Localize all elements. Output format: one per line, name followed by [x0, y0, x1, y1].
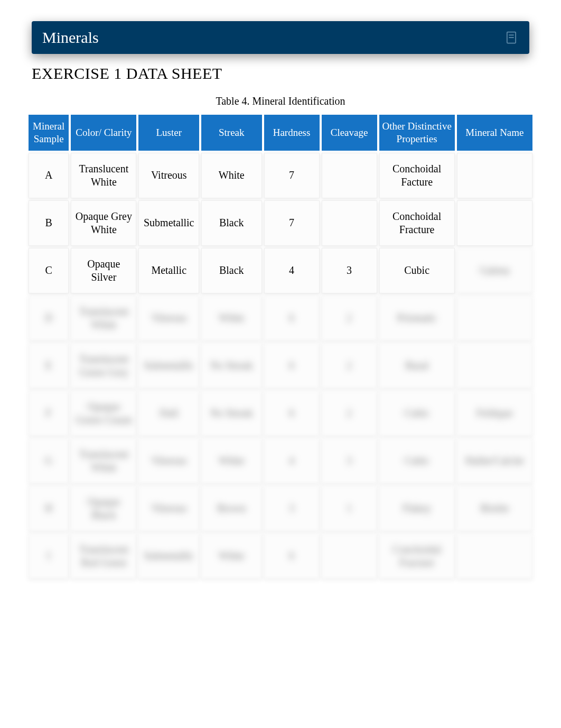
- cell-name: [457, 533, 532, 579]
- table-caption: Table 4. Mineral Identification: [26, 95, 535, 107]
- cell-luster: Submetallic: [138, 533, 199, 579]
- cell-name: Halite/Calcite: [457, 438, 532, 484]
- cell-luster: Vitreous: [138, 438, 199, 484]
- cell-hardness: 6: [264, 296, 320, 341]
- cell-luster: Vitreous: [138, 153, 199, 198]
- cell-color: Translucent White: [71, 296, 136, 341]
- col-header-sample: Mineral Sample: [29, 115, 69, 151]
- cell-streak: Black: [201, 248, 262, 293]
- cell-color: Translucent White: [71, 438, 136, 484]
- col-header-luster: Luster: [138, 115, 199, 151]
- banner-decoration-icon: [504, 30, 519, 45]
- cell-other: Conchoidal Fracture: [379, 200, 455, 246]
- table-row: GTranslucent WhiteVitreousWhite43CubicHa…: [29, 438, 532, 484]
- cell-hardness: 4: [264, 438, 320, 484]
- cell-cleavage: 3: [322, 438, 377, 484]
- cell-color: Translucent Green Grey: [71, 343, 136, 389]
- cell-sample: G: [29, 438, 69, 484]
- cell-other: Basal: [379, 343, 455, 389]
- cell-sample: H: [29, 486, 69, 531]
- cell-cleavage: 3: [322, 248, 377, 293]
- cell-hardness: 7: [264, 153, 320, 198]
- table-row: ATranslucent WhiteVitreousWhite7Conchoid…: [29, 153, 532, 198]
- table-row: BOpaque Grey WhiteSubmetallicBlack7Conch…: [29, 200, 532, 246]
- cell-streak: Brown: [201, 486, 262, 531]
- cell-streak: No Streak: [201, 343, 262, 389]
- cell-hardness: 4: [264, 248, 320, 293]
- cell-cleavage: [322, 533, 377, 579]
- cell-sample: B: [29, 200, 69, 246]
- cell-hardness: 3: [264, 486, 320, 531]
- cell-name: [457, 296, 532, 341]
- table-row: FOpaque Green CreamDullNo Streak62CubicF…: [29, 391, 532, 436]
- cell-color: Opaque Silver: [71, 248, 136, 293]
- cell-hardness: 6: [264, 391, 320, 436]
- col-header-color: Color/ Clarity: [71, 115, 136, 151]
- cell-name: [457, 200, 532, 246]
- cell-luster: Vitreous: [138, 296, 199, 341]
- cell-streak: White: [201, 438, 262, 484]
- cell-cleavage: [322, 153, 377, 198]
- cell-cleavage: 2: [322, 296, 377, 341]
- cell-luster: Vitreous: [138, 486, 199, 531]
- cell-cleavage: [322, 200, 377, 246]
- col-header-streak: Streak: [201, 115, 262, 151]
- cell-streak: Black: [201, 200, 262, 246]
- cell-cleavage: 1: [322, 486, 377, 531]
- table-row: COpaque SilverMetallicBlack43CubicGalena: [29, 248, 532, 293]
- table-body: ATranslucent WhiteVitreousWhite7Conchoid…: [29, 153, 532, 579]
- table-row: DTranslucent WhiteVitreousWhite62Prismat…: [29, 296, 532, 341]
- table-row: ETranslucent Green GreySubmetallicNo Str…: [29, 343, 532, 389]
- cell-streak: White: [201, 296, 262, 341]
- cell-other: Cubic: [379, 391, 455, 436]
- cell-cleavage: 2: [322, 391, 377, 436]
- cell-other: Prismatic: [379, 296, 455, 341]
- col-header-name: Mineral Name: [457, 115, 532, 151]
- banner-title: Minerals: [42, 29, 99, 47]
- cell-sample: E: [29, 343, 69, 389]
- cell-sample: C: [29, 248, 69, 293]
- cell-luster: Dull: [138, 391, 199, 436]
- cell-other: Cubic: [379, 438, 455, 484]
- cell-luster: Submetallic: [138, 200, 199, 246]
- mineral-table: Mineral Sample Color/ Clarity Luster Str…: [26, 113, 535, 581]
- cell-streak: White: [201, 153, 262, 198]
- cell-color: Translucent White: [71, 153, 136, 198]
- cell-hardness: 6: [264, 343, 320, 389]
- table-row: ITranslucent Red GreenSubmetallicWhite6C…: [29, 533, 532, 579]
- cell-cleavage: 2: [322, 343, 377, 389]
- col-header-other: Other Distinctive Properties: [379, 115, 455, 151]
- cell-sample: D: [29, 296, 69, 341]
- cell-other: Flakey: [379, 486, 455, 531]
- cell-name: [457, 343, 532, 389]
- cell-streak: No Streak: [201, 391, 262, 436]
- cell-sample: F: [29, 391, 69, 436]
- cell-hardness: 6: [264, 533, 320, 579]
- col-header-hardness: Hardness: [264, 115, 320, 151]
- cell-color: Opaque Black: [71, 486, 136, 531]
- cell-sample: A: [29, 153, 69, 198]
- table-row: HOpaque BlackVitreousBrown31FlakeyBiotit…: [29, 486, 532, 531]
- cell-other: Conchoidal Fracture: [379, 533, 455, 579]
- cell-name: Galena: [457, 248, 532, 293]
- col-header-cleavage: Cleavage: [322, 115, 377, 151]
- cell-other: Cubic: [379, 248, 455, 293]
- cell-other: Conchoidal Facture: [379, 153, 455, 198]
- cell-name: [457, 153, 532, 198]
- cell-name: Feldspar: [457, 391, 532, 436]
- cell-luster: Submetallic: [138, 343, 199, 389]
- cell-sample: I: [29, 533, 69, 579]
- cell-color: Opaque Grey White: [71, 200, 136, 246]
- table-header-row: Mineral Sample Color/ Clarity Luster Str…: [29, 115, 532, 151]
- cell-hardness: 7: [264, 200, 320, 246]
- cell-streak: White: [201, 533, 262, 579]
- page-title: EXERCISE 1 DATA SHEET: [32, 64, 529, 82]
- cell-name: Biotite: [457, 486, 532, 531]
- cell-color: Opaque Green Cream: [71, 391, 136, 436]
- cell-luster: Metallic: [138, 248, 199, 293]
- section-banner: Minerals: [32, 21, 529, 54]
- cell-color: Translucent Red Green: [71, 533, 136, 579]
